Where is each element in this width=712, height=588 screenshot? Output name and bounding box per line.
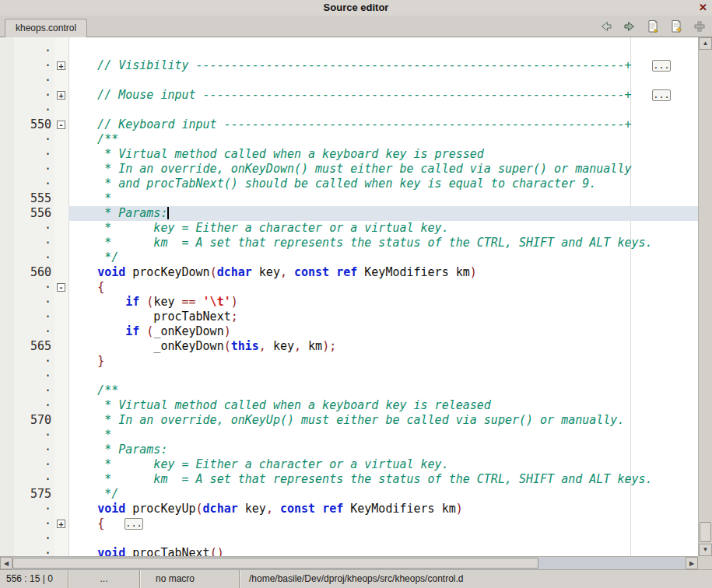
- folded-code-ellipsis[interactable]: ...: [652, 60, 671, 72]
- code-text[interactable]: * Virtual method called when a keyboard …: [68, 147, 698, 162]
- vertical-scrollbar[interactable]: ▲ ▼: [698, 37, 712, 556]
- save-as-button[interactable]: [668, 19, 684, 34]
- code-text[interactable]: * km = A set that represents the status …: [68, 472, 698, 487]
- code-line[interactable]: · void procKeyUp(dchar key, const ref Ke…: [0, 502, 698, 516]
- gutter-marks[interactable]: [0, 132, 14, 147]
- code-line[interactable]: · if (key == '\t'): [0, 295, 698, 310]
- code-line[interactable]: 556 * Params:: [0, 206, 698, 221]
- code-line[interactable]: 555 *: [0, 191, 698, 206]
- gutter-marks[interactable]: [0, 413, 14, 428]
- scroll-left-button[interactable]: ◀: [0, 557, 12, 569]
- code-rows[interactable]: ··+ // Visibility ----------------------…: [0, 44, 698, 556]
- detach-editor-button[interactable]: [692, 19, 707, 34]
- code-text[interactable]: * key = Either a character or a virtual …: [68, 221, 698, 236]
- gutter-marks[interactable]: [0, 472, 14, 487]
- gutter-marks[interactable]: [0, 546, 14, 556]
- code-text[interactable]: * Params:: [68, 206, 698, 221]
- code-line[interactable]: · * In an override, onKeyDown() must eit…: [0, 162, 698, 177]
- gutter-marks[interactable]: [0, 117, 14, 132]
- gutter-marks[interactable]: [0, 58, 14, 73]
- code-line[interactable]: 565 _onKeyDown(this, key, km);: [0, 339, 698, 354]
- code-area[interactable]: ··+ // Visibility ----------------------…: [0, 37, 698, 556]
- scroll-up-button[interactable]: ▲: [699, 37, 712, 50]
- gutter-marks[interactable]: [0, 44, 14, 58]
- gutter-marks[interactable]: [0, 502, 14, 516]
- code-line[interactable]: ·: [0, 369, 698, 383]
- code-line[interactable]: 570 * In an override, onKeyUp() must eit…: [0, 413, 698, 428]
- gutter-marks[interactable]: [0, 103, 14, 117]
- code-line[interactable]: · void procTabNext(): [0, 546, 698, 556]
- gutter-marks[interactable]: [0, 354, 14, 369]
- code-text[interactable]: void procTabNext(): [68, 546, 698, 556]
- code-line[interactable]: · if (_onKeyDown): [0, 324, 698, 339]
- code-line[interactable]: 575 */: [0, 487, 698, 502]
- gutter-marks[interactable]: [0, 73, 14, 88]
- gutter-marks[interactable]: [0, 324, 14, 339]
- tab-kheops-control[interactable]: kheops.control: [5, 19, 87, 37]
- gutter-marks[interactable]: [0, 339, 14, 354]
- code-line[interactable]: ·: [0, 73, 698, 88]
- code-text[interactable]: procTabNext;: [68, 310, 698, 324]
- code-line[interactable]: · }: [0, 354, 698, 369]
- code-text[interactable]: void procKeyDown(dchar key, const ref Ke…: [68, 265, 698, 280]
- gutter-marks[interactable]: [0, 398, 14, 413]
- gutter-marks[interactable]: [0, 206, 14, 221]
- folded-code-ellipsis[interactable]: ...: [125, 518, 143, 530]
- code-text[interactable]: /**: [68, 132, 698, 147]
- code-text[interactable]: [68, 531, 698, 546]
- code-line[interactable]: · /**: [0, 132, 698, 147]
- code-text[interactable]: [68, 73, 698, 88]
- code-line[interactable]: · * Params:: [0, 443, 698, 457]
- code-line[interactable]: · procTabNext;: [0, 310, 698, 324]
- code-line[interactable]: · * Virtual method called when a keyboar…: [0, 147, 698, 162]
- code-text[interactable]: * In an override, onKeyDown() must eithe…: [68, 162, 698, 177]
- folded-code-ellipsis[interactable]: ...: [652, 89, 671, 101]
- gutter-marks[interactable]: [0, 295, 14, 310]
- code-line[interactable]: · * km = A set that represents the statu…: [0, 236, 698, 250]
- code-line[interactable]: 550- // Keyboard input -----------------…: [0, 117, 698, 132]
- code-line[interactable]: ·: [0, 103, 698, 117]
- code-line[interactable]: ·+ // Mouse input ----------------------…: [0, 88, 698, 103]
- code-line[interactable]: ·: [0, 531, 698, 546]
- code-line[interactable]: ·+ // Visibility -----------------------…: [0, 58, 698, 73]
- gutter-marks[interactable]: [0, 162, 14, 177]
- vertical-scroll-thumb[interactable]: [700, 522, 711, 542]
- go-back-button[interactable]: [598, 19, 614, 34]
- code-text[interactable]: {: [68, 280, 698, 295]
- code-text[interactable]: * Virtual method called when a keyboard …: [68, 398, 698, 413]
- gutter-marks[interactable]: [0, 457, 14, 472]
- code-text[interactable]: [68, 44, 698, 58]
- fold-expand-icon[interactable]: +: [57, 91, 65, 100]
- code-line[interactable]: ·+ {...: [0, 516, 698, 531]
- code-line[interactable]: · * and procTabNext() should be called w…: [0, 177, 698, 191]
- code-text[interactable]: [68, 103, 698, 117]
- code-text[interactable]: // Visibility --------------------------…: [68, 58, 698, 73]
- code-line[interactable]: · * Virtual method called when a keyboar…: [0, 398, 698, 413]
- code-text[interactable]: /**: [68, 383, 698, 398]
- code-line[interactable]: · * key = Either a character or a virtua…: [0, 221, 698, 236]
- gutter-marks[interactable]: [0, 487, 14, 502]
- code-text[interactable]: *: [68, 428, 698, 443]
- fold-collapse-icon[interactable]: -: [57, 121, 65, 129]
- code-line[interactable]: · * km = A set that represents the statu…: [0, 472, 698, 487]
- gutter-marks[interactable]: [0, 221, 14, 236]
- code-text[interactable]: }: [68, 354, 698, 369]
- code-line[interactable]: 560 void procKeyDown(dchar key, const re…: [0, 265, 698, 280]
- code-text[interactable]: */: [68, 250, 698, 265]
- horizontal-scroll-thumb[interactable]: [12, 558, 538, 569]
- fold-expand-icon[interactable]: +: [57, 520, 65, 528]
- code-text[interactable]: * Params:: [68, 443, 698, 457]
- close-icon[interactable]: ✕: [699, 0, 707, 16]
- gutter-marks[interactable]: [0, 88, 14, 103]
- horizontal-scrollbar[interactable]: ◀ ▶: [0, 556, 698, 569]
- code-line[interactable]: · */: [0, 250, 698, 265]
- code-line[interactable]: · *: [0, 428, 698, 443]
- gutter-marks[interactable]: [0, 443, 14, 457]
- gutter-marks[interactable]: [0, 310, 14, 324]
- code-line[interactable]: ·: [0, 44, 698, 58]
- fold-expand-icon[interactable]: +: [57, 61, 65, 70]
- code-text[interactable]: * key = Either a character or a virtual …: [68, 457, 698, 472]
- fold-collapse-icon[interactable]: -: [57, 283, 65, 292]
- code-text[interactable]: // Mouse input -------------------------…: [68, 88, 698, 103]
- code-text[interactable]: * km = A set that represents the status …: [68, 236, 698, 250]
